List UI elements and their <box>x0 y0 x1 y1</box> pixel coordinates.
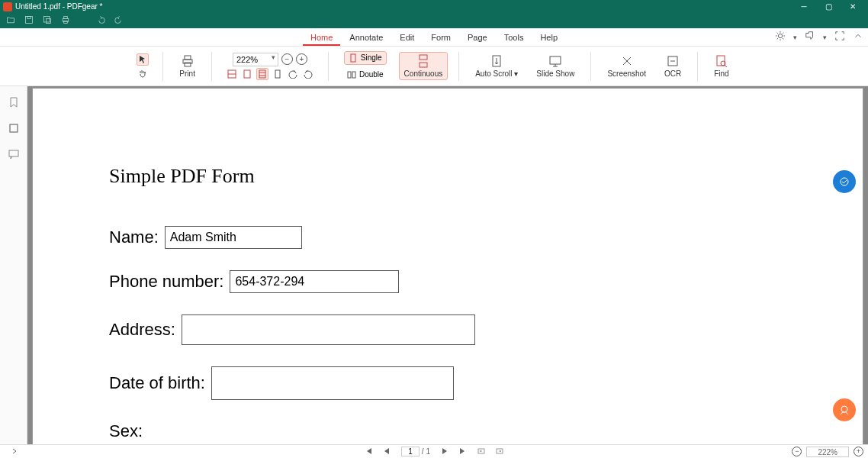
svg-rect-1 <box>27 17 31 19</box>
svg-rect-16 <box>348 72 351 78</box>
form-title: Simple PDF Form <box>109 165 786 188</box>
select-tool[interactable] <box>137 53 149 66</box>
fit-page-icon[interactable] <box>241 68 253 80</box>
first-page-button[interactable] <box>365 447 372 456</box>
redo-icon[interactable] <box>114 14 124 27</box>
rotate-left-icon[interactable] <box>287 68 299 80</box>
hand-tool[interactable] <box>137 67 149 79</box>
tab-home[interactable]: Home <box>303 30 340 46</box>
svg-rect-14 <box>275 70 280 78</box>
find-button[interactable]: Find <box>709 52 734 80</box>
zoom-out-button[interactable]: − <box>281 53 293 65</box>
phone-label: Phone number: <box>109 272 223 292</box>
footer-zoom-out[interactable]: − <box>792 447 802 456</box>
svg-rect-27 <box>9 150 18 156</box>
svg-rect-21 <box>550 56 561 64</box>
ribbon: Print − + Single Double Continuous <box>0 47 868 86</box>
bookmark-icon[interactable] <box>8 97 19 111</box>
zoom-in-button[interactable]: + <box>296 53 307 65</box>
back-view-button[interactable] <box>477 447 485 456</box>
svg-rect-25 <box>10 124 18 132</box>
footer-zoom-in[interactable]: + <box>854 447 863 456</box>
ai-assistant-button[interactable] <box>833 170 856 193</box>
dob-field[interactable] <box>211 366 454 400</box>
svg-rect-3 <box>47 19 51 24</box>
comments-icon[interactable] <box>8 149 19 163</box>
svg-rect-13 <box>259 70 265 78</box>
tab-help[interactable]: Help <box>532 30 565 46</box>
continuous-button[interactable]: Continuous <box>399 52 448 80</box>
feedback-icon[interactable] <box>805 31 815 44</box>
content-area: Simple PDF Form Name: Phone number: Addr… <box>0 86 868 444</box>
app-icon <box>3 2 12 11</box>
fit-visible-icon[interactable] <box>272 68 284 80</box>
phone-field[interactable] <box>230 270 399 293</box>
print-button[interactable]: Print <box>174 52 201 80</box>
next-page-button[interactable] <box>441 447 448 456</box>
tab-form[interactable]: Form <box>423 30 458 46</box>
svg-point-7 <box>778 34 782 37</box>
single-page-button[interactable]: Single <box>344 51 387 65</box>
status-bar: / 1 − 222% + <box>0 444 868 458</box>
undo-icon[interactable] <box>96 14 105 27</box>
double-page-button[interactable]: Double <box>342 68 388 82</box>
svg-rect-26 <box>10 124 18 132</box>
tab-annotate[interactable]: Annotate <box>342 30 391 46</box>
page-number: / 1 <box>401 447 430 456</box>
prev-page-button[interactable] <box>383 447 391 456</box>
minimize-button[interactable]: ─ <box>792 0 816 13</box>
close-button[interactable]: ✕ <box>841 0 865 13</box>
page-input[interactable] <box>401 447 420 456</box>
save-icon[interactable] <box>24 14 34 27</box>
svg-point-29 <box>841 406 847 412</box>
open-icon[interactable] <box>6 14 15 27</box>
support-button[interactable] <box>833 398 856 421</box>
svg-rect-19 <box>420 63 427 67</box>
menu-tabs: Home Annotate Edit Form Page Tools Help … <box>0 28 868 47</box>
name-label: Name: <box>109 227 159 247</box>
expand-side-icon[interactable] <box>11 447 18 456</box>
window-title: Untitled 1.pdf - PDFgear * <box>15 2 792 11</box>
address-field[interactable] <box>182 314 475 345</box>
svg-rect-12 <box>244 70 250 78</box>
document-viewport[interactable]: Simple PDF Form Name: Phone number: Addr… <box>27 86 868 444</box>
collapse-ribbon-icon[interactable] <box>853 31 863 44</box>
rotate-right-icon[interactable] <box>302 68 314 80</box>
fit-width-icon[interactable] <box>226 68 238 80</box>
address-label: Address: <box>109 320 175 340</box>
footer-zoom-value[interactable]: 222% <box>806 447 849 457</box>
zoom-input[interactable] <box>233 53 278 66</box>
svg-point-28 <box>841 178 848 185</box>
svg-rect-5 <box>64 17 68 19</box>
sex-label: Sex: <box>109 421 143 441</box>
svg-rect-15 <box>351 54 355 62</box>
svg-rect-0 <box>26 17 33 24</box>
quick-access-bar <box>0 13 868 28</box>
save-as-icon[interactable] <box>43 14 52 27</box>
slideshow-button[interactable]: Slide Show <box>531 52 580 80</box>
actual-size-icon[interactable] <box>256 68 268 80</box>
theme-icon[interactable] <box>775 31 786 44</box>
svg-rect-2 <box>44 17 50 23</box>
dob-label: Date of birth: <box>109 373 205 393</box>
maximize-button[interactable]: ▢ <box>816 0 841 13</box>
screenshot-button[interactable]: Screenshot <box>602 52 651 80</box>
autoscroll-button[interactable]: Auto Scroll ▾ <box>470 52 523 80</box>
name-field[interactable] <box>165 226 302 249</box>
tab-edit[interactable]: Edit <box>392 30 422 46</box>
title-bar: Untitled 1.pdf - PDFgear * ─ ▢ ✕ <box>0 0 868 13</box>
thumbnails-icon[interactable] <box>8 123 19 137</box>
fullscreen-icon[interactable] <box>834 31 845 44</box>
forward-view-button[interactable] <box>496 447 503 456</box>
svg-rect-17 <box>352 72 355 78</box>
print-icon[interactable] <box>61 14 70 27</box>
side-panel <box>0 86 27 444</box>
svg-rect-18 <box>420 55 427 60</box>
pdf-page: Simple PDF Form Name: Phone number: Addr… <box>32 88 863 444</box>
tab-tools[interactable]: Tools <box>497 30 532 46</box>
tab-page[interactable]: Page <box>460 30 495 46</box>
last-page-button[interactable] <box>459 447 467 456</box>
svg-rect-9 <box>185 56 191 60</box>
ocr-button[interactable]: OCR <box>659 52 686 80</box>
